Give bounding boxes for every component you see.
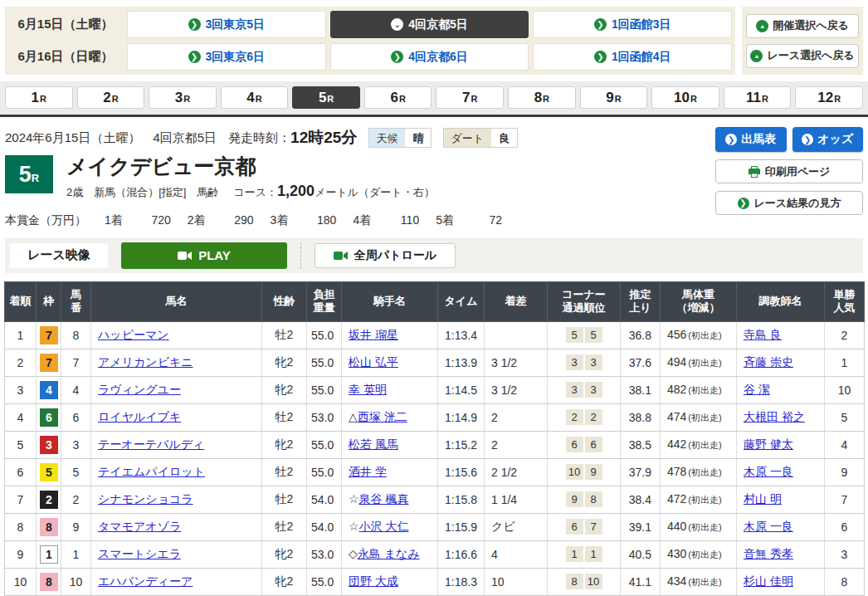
jockey-name-link[interactable]: 西塚 洸二: [358, 410, 407, 423]
horse-name-link[interactable]: テーオーテバルディ: [98, 437, 204, 451]
meeting-button[interactable]: ❯ 3回東京5日: [127, 11, 326, 38]
meeting-button-label: 1回函館3日: [612, 17, 671, 32]
finish-time: 1:13.4: [438, 321, 485, 349]
finish-position: 10: [5, 568, 37, 595]
prize-place: 5着: [436, 213, 454, 228]
race-tab[interactable]: 3R: [149, 86, 217, 109]
horse-name-link[interactable]: スマートシエラ: [98, 547, 181, 560]
race-tab[interactable]: 11R: [724, 86, 792, 109]
jockey-name-link[interactable]: 松山 弘平: [349, 355, 398, 369]
jockey-name-link[interactable]: 永島 まなみ: [358, 547, 420, 560]
horse-name-link[interactable]: ハッピーマン: [98, 328, 169, 341]
how-to-read-button[interactable]: ❯ レース結果の見方: [715, 191, 863, 215]
jockey-name-link[interactable]: 坂井 瑠星: [349, 328, 398, 341]
jockey-name-link[interactable]: 泉谷 楓真: [359, 492, 409, 506]
meeting-button[interactable]: ❯ 1回函館3日: [533, 11, 732, 38]
trainer-name-link[interactable]: 音無 秀孝: [744, 547, 793, 560]
trainer-name-link[interactable]: 大根田 裕之: [744, 410, 805, 423]
race-tab[interactable]: 1R: [5, 86, 73, 109]
horse-name-link[interactable]: ロイヤルイブキ: [98, 410, 181, 423]
horse-name-link[interactable]: テイエムパイロット: [98, 465, 205, 478]
patrol-video-button[interactable]: 全周パトロール: [315, 243, 456, 268]
race-tab[interactable]: 9R: [580, 86, 648, 109]
race-tab[interactable]: 6R: [364, 86, 432, 109]
win-favorite-rank: 4: [825, 431, 865, 458]
prize-amount: 110: [376, 213, 419, 227]
horse-name-link[interactable]: エハバンディーア: [98, 574, 193, 588]
race-tab[interactable]: 10R: [651, 86, 719, 109]
trainer-name-link[interactable]: 谷 潔: [744, 383, 770, 396]
race-tab[interactable]: 8R: [508, 86, 576, 109]
corner-positions: 33: [548, 376, 621, 403]
back-button-label: レース選択へ戻る: [767, 48, 854, 63]
jockey-cell: △西塚 洸二: [342, 403, 438, 431]
trainer-cell: 杉山 佳明: [737, 568, 825, 595]
race-tab-number: 10: [674, 90, 690, 106]
trainer-name-link[interactable]: 藤野 健太: [744, 437, 793, 451]
trainer-name-link[interactable]: 村山 明: [744, 492, 782, 506]
horse-name-link[interactable]: タマモアオゾラ: [98, 520, 181, 533]
odds-button[interactable]: ❯ オッズ: [792, 127, 864, 152]
jockey-cell: 坂井 瑠星: [342, 321, 438, 349]
result-row: 4 6 6 ロイヤルイブキ 牡2 53.0 △西塚 洸二 1:14.9 2 22…: [5, 403, 865, 431]
race-tab-suffix: R: [834, 94, 841, 104]
table-header-cell: 馬体重 （増減）: [661, 281, 737, 321]
meeting-button-label: 3回東京5日: [206, 17, 266, 32]
race-tab[interactable]: 2R: [77, 86, 145, 109]
trainer-name-link[interactable]: 杉山 佳明: [744, 574, 793, 588]
circle-arrow-icon: ❯: [594, 18, 607, 31]
result-row: 10 8 10 エハバンディーア 牝2 55.0 団野 大成 1:18.3 10…: [5, 568, 865, 595]
jockey-cell: ☆小沢 大仁: [342, 513, 438, 540]
jockey-cell: ☆泉谷 楓真: [342, 486, 438, 513]
race-tab[interactable]: 5R: [292, 86, 360, 109]
meeting-button[interactable]: ❯ 1回函館4日: [533, 43, 732, 71]
prize-place: 2着: [188, 213, 206, 228]
jockey-name-link[interactable]: 団野 大成: [349, 574, 398, 588]
trainer-name-link[interactable]: 木原 一良: [744, 520, 793, 533]
jockey-name-link[interactable]: 酒井 学: [349, 465, 387, 478]
table-header-cell: 単勝 人気: [825, 281, 865, 321]
corner-position-box: 3: [585, 382, 602, 398]
horse-name-link[interactable]: シナモンショコラ: [98, 492, 193, 506]
body-weight-note: (初出走): [688, 577, 721, 587]
horse-name-link[interactable]: ラヴィングユー: [98, 383, 181, 396]
play-label: PLAY: [198, 248, 231, 262]
jockey-cell: 酒井 学: [342, 458, 438, 486]
corner-position-box: 8: [585, 491, 602, 507]
race-tab[interactable]: 12R: [795, 86, 863, 109]
trainer-name-link[interactable]: 木原 一良: [744, 465, 793, 478]
jockey-name-link[interactable]: 小沢 大仁: [359, 520, 409, 533]
meeting-button[interactable]: ❯ 4回京都6日: [330, 43, 529, 71]
play-button[interactable]: PLAY: [121, 242, 287, 269]
corner-positions: 11: [548, 540, 621, 568]
print-page-button[interactable]: 印刷用ページ: [715, 159, 863, 183]
back-button[interactable]: ▲ 開催選択へ戻る: [746, 14, 859, 38]
meeting-button[interactable]: ⌄ 4回京都5日: [330, 11, 529, 38]
race-tab[interactable]: 4R: [221, 86, 289, 109]
race-tab[interactable]: 7R: [436, 86, 504, 109]
horse-name-link[interactable]: アメリカンビキニ: [98, 355, 193, 369]
meeting-button[interactable]: ❯ 3回東京6日: [127, 43, 326, 71]
weather-badge: 天候 晴: [368, 128, 432, 148]
trainer-cell: 大根田 裕之: [737, 403, 825, 431]
table-header-cell: 枠: [37, 281, 61, 321]
jockey-name-link[interactable]: 幸 英明: [349, 383, 387, 396]
corner-positions: 98: [548, 486, 621, 513]
sex-age: 牝2: [262, 568, 307, 595]
carried-weight: 55.0: [307, 321, 342, 349]
jockey-name-link[interactable]: 松若 風馬: [349, 437, 398, 451]
carried-weight: 54.0: [307, 486, 342, 513]
sex-age: 牝2: [262, 431, 307, 458]
course-distance: 1,200: [277, 183, 315, 200]
carried-weight: 55.0: [307, 568, 342, 595]
trainer-name-link[interactable]: 斉藤 崇史: [744, 355, 793, 369]
trainer-cell: 藤野 健太: [737, 431, 825, 458]
frame-cell: 7: [37, 321, 61, 349]
back-button[interactable]: ▲ レース選択へ戻る: [746, 44, 859, 68]
shutsuba-button[interactable]: ❯ 出馬表: [715, 127, 787, 152]
race-tab-suffix: R: [256, 94, 262, 104]
how-to-read-label: レース結果の見方: [754, 196, 841, 211]
trainer-name-link[interactable]: 寺島 良: [744, 328, 782, 341]
result-row: 2 7 7 アメリカンビキニ 牝2 55.0 松山 弘平 1:13.9 3 1/…: [5, 349, 865, 376]
race-tab-number: 8: [534, 90, 542, 106]
